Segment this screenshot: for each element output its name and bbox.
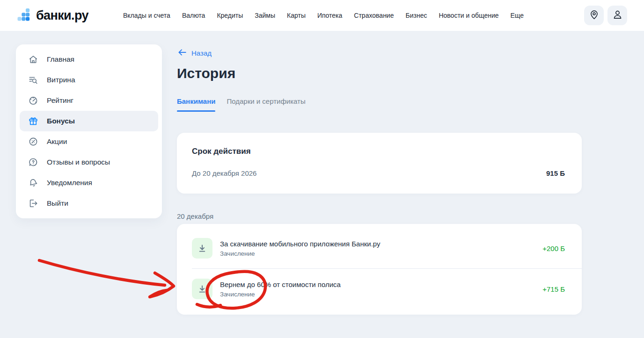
transaction-amount: +715 Б — [542, 285, 565, 293]
nav-item-more[interactable]: Еще — [511, 12, 524, 19]
banki-ru-logo[interactable]: банки.ру — [17, 8, 88, 23]
nav-item-credits[interactable]: Кредиты — [217, 12, 243, 19]
location-button[interactable] — [584, 6, 604, 25]
sidebar-item-label: Выйти — [47, 199, 68, 208]
sidebar-item-label: Уведомления — [47, 179, 92, 187]
sidebar-item-bonuses[interactable]: Бонусы — [20, 111, 158, 131]
nav-item-loans[interactable]: Займы — [255, 12, 275, 19]
logo-dots-icon — [17, 8, 31, 23]
home-icon — [28, 54, 38, 65]
sidebar-item-label: Акции — [47, 137, 67, 146]
validity-card: Срок действия До 20 декабря 2026 915 Б — [177, 133, 582, 194]
tab-gifts-certificates[interactable]: Подарки и сертификаты — [227, 97, 305, 112]
nav-item-business[interactable]: Бизнес — [405, 12, 427, 19]
nav-item-deposits[interactable]: Вклады и счета — [123, 12, 170, 19]
location-pin-icon — [589, 9, 600, 22]
transaction-row[interactable]: За скачивание мобильного приложения Банк… — [192, 238, 565, 259]
sidebar-item-label: Рейтинг — [47, 96, 73, 105]
sidebar-item-reviews[interactable]: Отзывы и вопросы — [20, 152, 158, 173]
sidebar-item-rating[interactable]: Рейтинг — [20, 90, 158, 111]
back-arrow-icon — [177, 47, 187, 59]
row-divider — [192, 268, 582, 269]
logo-text: банки.ру — [36, 8, 88, 23]
red-arrow-head — [150, 273, 174, 297]
user-icon — [612, 9, 623, 22]
validity-card-title: Срок действия — [192, 147, 565, 156]
nav-item-news[interactable]: Новости и общение — [439, 12, 498, 19]
transaction-subtitle: Зачисление — [220, 250, 380, 257]
nav-item-currency[interactable]: Валюта — [182, 12, 205, 19]
back-link-label: Назад — [191, 49, 212, 57]
gift-icon — [28, 116, 38, 126]
bonus-balance: 915 Б — [546, 169, 565, 177]
validity-period: До 20 декабря 2026 — [192, 169, 256, 177]
logout-icon — [28, 198, 38, 209]
tab-bankimoney[interactable]: Банкимани — [177, 97, 215, 112]
sidebar-item-label: Витрина — [47, 76, 75, 84]
sidebar-item-showcase[interactable]: Витрина — [20, 70, 158, 90]
sidebar-item-notifications[interactable]: Уведомления — [20, 173, 158, 193]
header-actions — [584, 6, 627, 25]
red-arrow-shaft — [39, 260, 165, 285]
showcase-search-icon — [28, 75, 38, 85]
transaction-title: Вернем до 60% от стоимости полиса — [220, 280, 341, 288]
nav-item-cards[interactable]: Карты — [287, 12, 306, 19]
sidebar-item-label: Отзывы и вопросы — [47, 158, 110, 166]
accrual-download-icon — [192, 238, 212, 259]
nav-item-insurance[interactable]: Страхование — [354, 12, 394, 19]
chat-question-icon — [28, 157, 38, 167]
main-content: Назад История Банкимани Подарки и сертиф… — [177, 44, 582, 315]
account-sidebar: Главная Витрина Рейтинг — [16, 44, 162, 218]
date-group-header: 20 декабря — [177, 212, 582, 220]
sidebar-item-home[interactable]: Главная — [20, 49, 158, 70]
profile-button[interactable] — [607, 6, 627, 25]
history-tabs: Банкимани Подарки и сертификаты — [177, 97, 582, 112]
sidebar-item-label: Главная — [47, 55, 74, 64]
percent-circle-icon — [28, 137, 38, 147]
gauge-icon — [28, 95, 38, 106]
main-nav: Вклады и счета Валюта Кредиты Займы Карт… — [123, 12, 524, 19]
back-link[interactable]: Назад — [177, 47, 212, 59]
transaction-amount: +200 Б — [542, 245, 565, 252]
transaction-row[interactable]: Вернем до 60% от стоимости полиса Зачисл… — [192, 279, 565, 299]
page-title: История — [177, 65, 582, 81]
transaction-title: За скачивание мобильного приложения Банк… — [220, 240, 380, 248]
nav-item-mortgage[interactable]: Ипотека — [317, 12, 342, 19]
sidebar-item-label: Бонусы — [47, 117, 75, 125]
top-header: банки.ру Вклады и счета Валюта Кредиты З… — [0, 0, 644, 31]
transaction-subtitle: Зачисление — [220, 291, 341, 298]
sidebar-item-logout[interactable]: Выйти — [20, 193, 158, 214]
accrual-download-icon — [192, 279, 212, 299]
sidebar-item-promotions[interactable]: Акции — [20, 131, 158, 152]
bell-icon — [28, 178, 38, 188]
transactions-card: За скачивание мобильного приложения Банк… — [177, 224, 582, 315]
